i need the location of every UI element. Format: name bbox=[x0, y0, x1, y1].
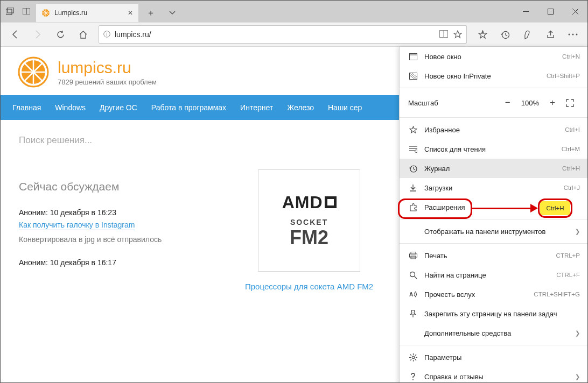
history-hub-icon[interactable] bbox=[495, 24, 515, 45]
window-icon bbox=[408, 53, 418, 60]
nav-item[interactable]: Другие ОС bbox=[100, 103, 137, 112]
svg-point-38 bbox=[410, 272, 415, 276]
svg-point-50 bbox=[412, 379, 414, 380]
menu-history[interactable]: Журнал Ctrl+H bbox=[400, 159, 587, 178]
read-aloud-icon: A bbox=[408, 290, 418, 298]
zoom-value: 100% bbox=[521, 99, 539, 107]
zoom-in-button[interactable]: + bbox=[545, 97, 559, 108]
post-body: Конвертировала в jpg и всё отправилось bbox=[19, 234, 191, 245]
svg-rect-1 bbox=[8, 8, 13, 13]
window-titlebar: Lumpics.ru ✕ ＋ bbox=[1, 1, 587, 22]
favorite-star-icon[interactable] bbox=[453, 30, 462, 39]
site-logo-icon bbox=[18, 56, 49, 88]
svg-line-46 bbox=[410, 354, 411, 356]
gear-icon bbox=[408, 353, 418, 361]
svg-point-20 bbox=[576, 34, 578, 36]
menu-read-aloud[interactable]: A Прочесть вслух CTRL+SHIFT+G bbox=[400, 285, 587, 304]
favicon-icon bbox=[41, 9, 50, 17]
search-icon bbox=[408, 271, 418, 279]
menu-more-tools[interactable]: Дополнительные средства ❯ bbox=[400, 323, 587, 343]
reading-view-icon[interactable] bbox=[439, 30, 448, 39]
svg-point-33 bbox=[415, 150, 417, 152]
menu-favorites[interactable]: Избранное Ctrl+I bbox=[400, 120, 587, 139]
menu-settings[interactable]: Параметры bbox=[400, 347, 587, 367]
panel-icon[interactable] bbox=[20, 5, 33, 18]
share-icon[interactable] bbox=[540, 24, 561, 45]
post-author: Аноним: 10 декабря в 16:23 bbox=[19, 208, 191, 217]
menu-pin-taskbar[interactable]: Закрепить эту страницу на панели задач bbox=[400, 304, 587, 323]
refresh-button[interactable] bbox=[50, 24, 71, 45]
svg-line-48 bbox=[415, 354, 416, 356]
zoom-out-button[interactable]: − bbox=[501, 97, 515, 108]
discuss-heading: Сейчас обсуждаем bbox=[19, 180, 191, 193]
menu-find[interactable]: Найти на странице CTRL+F bbox=[400, 265, 587, 285]
favorites-hub-icon[interactable] bbox=[472, 24, 493, 45]
menu-zoom: Масштаб − 100% + bbox=[400, 90, 587, 115]
tab-close-icon[interactable]: ✕ bbox=[128, 9, 133, 17]
menu-help[interactable]: Справка и отзывы ❯ bbox=[400, 367, 587, 383]
new-tab-button[interactable]: ＋ bbox=[142, 8, 160, 19]
amd-thumbnail[interactable]: AMD SOCKET FM2 bbox=[258, 169, 360, 272]
reading-list-icon bbox=[408, 146, 418, 153]
print-icon bbox=[408, 252, 418, 259]
tab-title: Lumpics.ru bbox=[54, 9, 123, 17]
browser-tab[interactable]: Lumpics.ru ✕ bbox=[36, 4, 138, 22]
history-icon bbox=[408, 165, 418, 173]
svg-point-19 bbox=[572, 34, 574, 36]
nav-item[interactable]: Наши сер bbox=[328, 103, 362, 112]
svg-rect-10 bbox=[548, 9, 553, 14]
svg-point-41 bbox=[412, 356, 415, 359]
menu-new-window[interactable]: Новое окно Ctrl+N bbox=[400, 47, 587, 66]
info-icon[interactable]: ⓘ bbox=[103, 30, 110, 39]
tab-overflow-icon[interactable] bbox=[163, 11, 181, 15]
maximize-button[interactable] bbox=[538, 1, 563, 22]
minimize-button[interactable] bbox=[513, 1, 538, 22]
menu-downloads[interactable]: Загрузки Ctrl+J bbox=[400, 178, 587, 197]
svg-rect-0 bbox=[6, 9, 12, 15]
nav-item[interactable]: Главная bbox=[12, 103, 41, 112]
site-title: lumpics.ru bbox=[58, 59, 157, 77]
home-button[interactable] bbox=[73, 24, 93, 45]
pin-icon bbox=[408, 310, 418, 318]
menu-reading-list[interactable]: Список для чтения Ctrl+M bbox=[400, 139, 587, 159]
shortcut-highlight: Ctrl+H bbox=[540, 201, 570, 215]
url-text: lumpics.ru/ bbox=[115, 30, 435, 39]
notes-icon[interactable] bbox=[517, 24, 538, 45]
svg-line-39 bbox=[414, 276, 417, 279]
close-window-button[interactable] bbox=[563, 1, 587, 22]
address-bar[interactable]: ⓘ lumpics.ru/ bbox=[99, 25, 467, 44]
fullscreen-icon[interactable] bbox=[566, 99, 580, 107]
svg-point-18 bbox=[569, 34, 570, 36]
back-button[interactable] bbox=[5, 24, 25, 45]
post-author: Аноним: 10 декабря в 16:17 bbox=[19, 258, 191, 267]
menu-print[interactable]: Печать CTRL+P bbox=[400, 246, 587, 265]
nav-item[interactable]: Железо bbox=[287, 103, 314, 112]
inprivate-icon bbox=[408, 73, 418, 80]
svg-rect-27 bbox=[409, 53, 417, 60]
menu-show-toolbar[interactable]: Отображать на панели инструментов ❯ bbox=[400, 222, 587, 241]
star-icon bbox=[408, 126, 418, 134]
site-tagline: 7829 решений ваших проблем bbox=[58, 78, 157, 86]
cascade-icon[interactable] bbox=[4, 5, 17, 18]
nav-item[interactable]: Windows bbox=[55, 103, 86, 112]
settings-menu-button[interactable] bbox=[563, 24, 583, 45]
svg-line-49 bbox=[410, 359, 411, 360]
chevron-right-icon: ❯ bbox=[575, 228, 580, 235]
forward-button[interactable] bbox=[27, 24, 48, 45]
download-icon bbox=[408, 184, 418, 192]
browser-toolbar: ⓘ lumpics.ru/ bbox=[1, 22, 587, 47]
chevron-right-icon: ❯ bbox=[575, 373, 580, 380]
article-link[interactable]: Процессоры для сокета AMD FM2 bbox=[245, 280, 373, 293]
nav-item[interactable]: Интернет bbox=[240, 103, 273, 112]
annotation-arrow bbox=[472, 207, 538, 210]
svg-text:A: A bbox=[409, 292, 413, 297]
post-link[interactable]: Как получить галочку в Instagram bbox=[19, 221, 135, 230]
chevron-right-icon: ❯ bbox=[575, 330, 580, 337]
help-icon bbox=[408, 373, 418, 381]
nav-item[interactable]: Работа в программах bbox=[151, 103, 226, 112]
menu-inprivate[interactable]: Новое окно InPrivate Ctrl+Shift+P bbox=[400, 66, 587, 86]
extensions-icon bbox=[408, 203, 418, 211]
svg-line-47 bbox=[415, 359, 416, 360]
